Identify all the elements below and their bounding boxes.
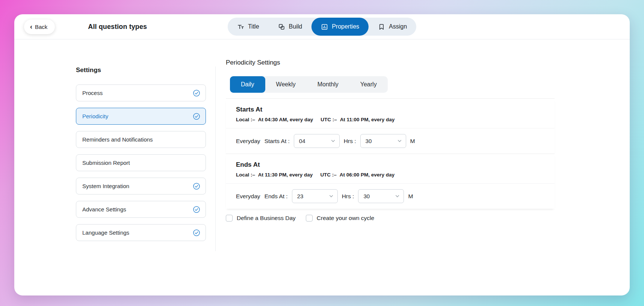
ends-at-row: Everyday Ends At : 23 Hrs : 30 bbox=[226, 183, 555, 209]
everyday-label: Everyday bbox=[236, 193, 260, 200]
everyday-label: Everyday bbox=[236, 138, 260, 145]
check-circle-icon bbox=[193, 89, 200, 97]
check-circle-icon bbox=[193, 182, 200, 190]
title-icon bbox=[237, 23, 244, 30]
ends-at-title: Ends At bbox=[236, 161, 555, 169]
starts-at-section: Starts At Local :– At 04:30 AM, every da… bbox=[226, 98, 555, 154]
page-title: All question types bbox=[88, 23, 147, 31]
main-card: ‹ Back All question types Title Buil bbox=[14, 14, 630, 295]
ends-minute-value: 30 bbox=[363, 193, 370, 199]
tab-build-label: Build bbox=[289, 23, 302, 30]
utc-label: UTC :– bbox=[320, 172, 337, 178]
check-circle-icon bbox=[193, 206, 200, 213]
sidebar-item-label: Reminders and Notifications bbox=[82, 136, 153, 143]
sidebar-item-system-integration[interactable]: System Integration bbox=[76, 178, 206, 194]
minute-unit-label: M bbox=[410, 138, 415, 145]
sidebar-item-periodicity[interactable]: Periodicity bbox=[76, 108, 206, 125]
ends-at-section: Ends At Local :– At 11:30 PM, every day … bbox=[226, 154, 555, 209]
minute-unit-label: M bbox=[408, 193, 413, 200]
starts-hour-select[interactable]: 04 bbox=[294, 134, 340, 148]
tab-title[interactable]: Title bbox=[228, 18, 269, 36]
local-value: At 04:30 AM, every day bbox=[258, 117, 313, 122]
sidebar-item-submission-report[interactable]: Submission Report bbox=[76, 154, 206, 171]
settings-sidebar: Settings Process Periodicity bbox=[76, 39, 216, 257]
sidebar-heading: Settings bbox=[76, 66, 206, 74]
back-button[interactable]: ‹ Back bbox=[24, 20, 55, 34]
sidebar-item-label: Submission Report bbox=[82, 160, 130, 166]
ends-hour-select[interactable]: 23 bbox=[292, 189, 338, 203]
build-icon bbox=[278, 23, 285, 30]
tab-assign-label: Assign bbox=[389, 23, 407, 30]
define-business-day-label: Define a Business Day bbox=[237, 215, 296, 222]
utc-value: At 06:00 PM, every day bbox=[340, 172, 395, 178]
content-area: Settings Process Periodicity bbox=[14, 39, 630, 257]
chevron-down-icon bbox=[331, 139, 336, 143]
starts-local-summary: Local :– At 04:30 AM, every day bbox=[236, 117, 313, 122]
starts-at-field-label: Starts At : bbox=[265, 138, 290, 145]
sidebar-item-reminders-notifications[interactable]: Reminders and Notifications bbox=[76, 131, 206, 148]
starts-minute-value: 30 bbox=[366, 138, 372, 144]
ends-hour-value: 23 bbox=[297, 193, 304, 199]
starts-utc-summary: UTC :– At 11:00 PM, every day bbox=[320, 117, 395, 122]
check-circle-icon bbox=[193, 113, 200, 120]
period-tab-group: Daily Weekly Monthly Yearly bbox=[230, 76, 388, 93]
chevron-down-icon bbox=[329, 194, 334, 199]
sidebar-item-label: Advance Settings bbox=[82, 206, 126, 213]
tab-properties[interactable]: Properties bbox=[311, 18, 369, 36]
header-tab-group: Title Build Properties bbox=[228, 18, 416, 36]
sidebar-item-label: Process bbox=[82, 90, 103, 96]
chevron-down-icon bbox=[395, 194, 400, 199]
sidebar-item-label: Language Settings bbox=[82, 229, 129, 236]
header-bar: ‹ Back All question types Title Buil bbox=[14, 14, 630, 39]
tab-build[interactable]: Build bbox=[269, 18, 312, 36]
ends-at-field-label: Ends At : bbox=[265, 193, 288, 200]
chevron-left-icon: ‹ bbox=[30, 24, 32, 29]
create-own-cycle-option[interactable]: Create your own cycle bbox=[306, 215, 374, 222]
sidebar-item-advance-settings[interactable]: Advance Settings bbox=[76, 201, 206, 218]
tab-properties-label: Properties bbox=[332, 23, 359, 30]
starts-hour-value: 04 bbox=[299, 138, 305, 144]
starts-minute-select[interactable]: 30 bbox=[360, 134, 406, 148]
create-own-cycle-label: Create your own cycle bbox=[317, 215, 374, 222]
tab-title-label: Title bbox=[248, 23, 259, 30]
define-business-day-option[interactable]: Define a Business Day bbox=[226, 215, 296, 222]
tab-daily[interactable]: Daily bbox=[230, 76, 265, 93]
utc-label: UTC :– bbox=[320, 117, 337, 122]
cycle-options: Define a Business Day Create your own cy… bbox=[226, 215, 555, 222]
ends-minute-select[interactable]: 30 bbox=[358, 189, 404, 203]
local-value: At 11:30 PM, every day bbox=[258, 172, 313, 178]
tab-assign[interactable]: Assign bbox=[369, 18, 416, 36]
starts-at-title: Starts At bbox=[236, 106, 555, 113]
tab-yearly[interactable]: Yearly bbox=[349, 76, 388, 93]
hrs-label: Hrs : bbox=[342, 193, 354, 200]
assign-icon bbox=[378, 23, 385, 30]
properties-icon bbox=[321, 23, 328, 30]
define-business-day-checkbox[interactable] bbox=[226, 215, 233, 222]
local-label: Local :– bbox=[236, 172, 255, 178]
ends-utc-summary: UTC :– At 06:00 PM, every day bbox=[320, 172, 395, 178]
sidebar-item-language-settings[interactable]: Language Settings bbox=[76, 224, 206, 241]
starts-at-row: Everyday Starts At : 04 Hrs : 30 bbox=[226, 128, 555, 154]
chevron-down-icon bbox=[397, 139, 402, 143]
tab-weekly[interactable]: Weekly bbox=[265, 76, 307, 93]
back-button-label: Back bbox=[35, 24, 47, 30]
utc-value: At 11:00 PM, every day bbox=[340, 117, 395, 122]
create-own-cycle-checkbox[interactable] bbox=[306, 215, 313, 222]
check-circle-icon bbox=[193, 229, 200, 237]
tab-monthly[interactable]: Monthly bbox=[307, 76, 349, 93]
ends-local-summary: Local :– At 11:30 PM, every day bbox=[236, 172, 313, 178]
sidebar-item-label: System Integration bbox=[82, 183, 129, 189]
panel-heading: Periodicity Settings bbox=[226, 59, 555, 66]
periodicity-panel: Periodicity Settings Daily Weekly Monthl… bbox=[216, 39, 555, 257]
local-label: Local :– bbox=[236, 117, 255, 122]
hrs-label: Hrs : bbox=[344, 138, 356, 145]
sidebar-item-process[interactable]: Process bbox=[76, 84, 206, 101]
sidebar-item-label: Periodicity bbox=[82, 113, 108, 119]
